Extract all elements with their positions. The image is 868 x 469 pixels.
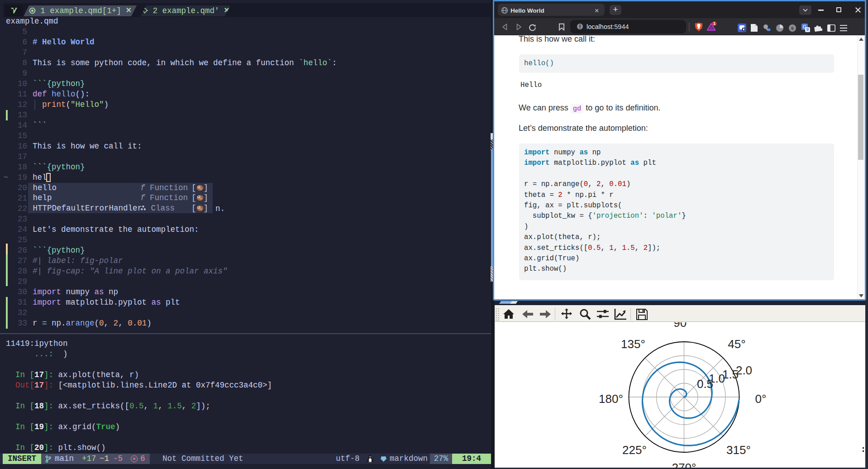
svg-text:135°: 135° [621,337,645,351]
svg-text:270°: 270° [672,461,696,468]
svg-text:315°: 315° [726,443,751,457]
svg-text:225°: 225° [622,443,647,457]
svg-text:6: 6 [791,25,794,31]
svg-text:180°: 180° [599,392,623,406]
svg-text:0°: 0° [755,392,767,406]
svg-text:1: 1 [713,21,715,26]
svg-text:45°: 45° [728,337,745,351]
svg-text:2.0: 2.0 [736,364,752,377]
svg-text:90°: 90° [673,322,691,330]
